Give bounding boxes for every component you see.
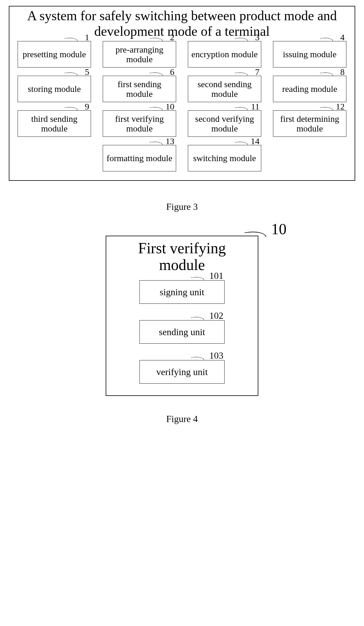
module-presetting: 1 presetting module <box>18 41 91 68</box>
unit-box: signing unit <box>139 280 225 304</box>
module-label: issuing module <box>283 49 337 59</box>
unit-verifying: 103 verifying unit <box>139 360 225 384</box>
module-label: second verifying module <box>191 114 259 133</box>
module-box: second verifying module <box>188 110 261 137</box>
module-storing: 5 storing module <box>18 76 91 102</box>
module-reading: 8 reading module <box>273 76 346 102</box>
module-ref: 11 <box>251 102 259 112</box>
module-first-determining: 12 first determining module <box>273 110 346 137</box>
module-ref: 14 <box>251 136 259 146</box>
unit-ref: 103 <box>209 350 223 361</box>
module-box: encryption module <box>188 41 261 68</box>
module-ref: 5 <box>85 67 89 77</box>
module-box: first verifying module <box>103 110 176 137</box>
module-label: reading module <box>282 84 337 94</box>
module-label: presetting module <box>23 49 86 59</box>
module-encryption: 3 encryption module <box>188 41 261 68</box>
module-box: third sending module <box>18 110 91 137</box>
module-ref: 9 <box>85 102 89 112</box>
module-ref: 3 <box>255 32 259 42</box>
module-label: storing module <box>28 84 81 94</box>
figure4-wrap: 10 First verifying module 101 signing un… <box>106 236 258 396</box>
module-box: first sending module <box>103 76 176 102</box>
module-box: issuing module <box>273 41 346 68</box>
module-ref: 12 <box>336 102 345 112</box>
figure3-module-grid: 1 presetting module 2 pre-arranging modu… <box>15 41 349 171</box>
module-ref: 6 <box>170 67 174 77</box>
module-label: first determining module <box>276 114 344 133</box>
unit-label: verifying unit <box>156 367 208 377</box>
module-ref: 13 <box>166 136 174 146</box>
module-first-verifying: 10 first verifying module <box>103 110 176 137</box>
module-pre-arranging: 2 pre-arranging module <box>103 41 176 68</box>
module-ref: 1 <box>85 32 89 42</box>
module-label: pre-arranging module <box>105 45 173 64</box>
unit-sending: 102 sending unit <box>139 320 225 344</box>
module-ref: 2 <box>170 32 174 42</box>
unit-label: signing unit <box>160 287 204 298</box>
module-box: formatting module <box>103 145 176 171</box>
figure3-system-box: A system for safely switching between pr… <box>9 6 355 181</box>
unit-ref: 101 <box>209 270 223 281</box>
unit-signing: 101 signing unit <box>139 280 225 304</box>
module-formatting: 13 formatting module <box>103 145 176 171</box>
module-label: first verifying module <box>105 114 173 133</box>
module-first-sending: 6 first sending module <box>103 76 176 102</box>
module-second-verifying: 11 second verifying module <box>188 110 261 137</box>
unit-label: sending unit <box>159 327 205 338</box>
module-box: presetting module <box>18 41 91 68</box>
module-label: third sending module <box>20 114 88 133</box>
figure4-first-verifying-module-box: First verifying module 101 signing unit … <box>106 236 258 396</box>
module-box: switching module <box>188 145 261 171</box>
module-box: first determining module <box>273 110 346 137</box>
module-switching: 14 switching module <box>188 145 261 171</box>
module-label: formatting module <box>107 153 172 163</box>
module-label: switching module <box>193 153 256 163</box>
module-label: second sending module <box>191 79 259 99</box>
figure3-caption: Figure 3 <box>9 201 355 212</box>
module-box: second sending module <box>188 76 261 102</box>
module-ref: 4 <box>340 32 345 42</box>
figure3-title: A system for safely switching between pr… <box>15 6 349 40</box>
figure3-last-row: 13 formatting module 14 switching module <box>15 145 349 171</box>
module-ref: 10 <box>166 102 174 112</box>
module-label: encryption module <box>191 49 258 59</box>
module-label: first sending module <box>105 79 173 99</box>
unit-box: verifying unit <box>139 360 225 384</box>
figure4-ref: 10 <box>271 220 287 238</box>
module-third-sending: 9 third sending module <box>18 110 91 137</box>
module-ref: 7 <box>255 67 259 77</box>
unit-box: sending unit <box>139 320 225 344</box>
module-box: storing module <box>18 76 91 102</box>
module-box: pre-arranging module <box>103 41 176 68</box>
module-ref: 8 <box>340 67 345 77</box>
module-box: reading module <box>273 76 346 102</box>
module-second-sending: 7 second sending module <box>188 76 261 102</box>
leader-arc <box>245 230 267 240</box>
figure4-caption: Figure 4 <box>9 414 355 424</box>
unit-ref: 102 <box>209 310 223 321</box>
figure4-title: First verifying module <box>115 240 249 273</box>
module-issuing: 4 issuing module <box>273 41 346 68</box>
